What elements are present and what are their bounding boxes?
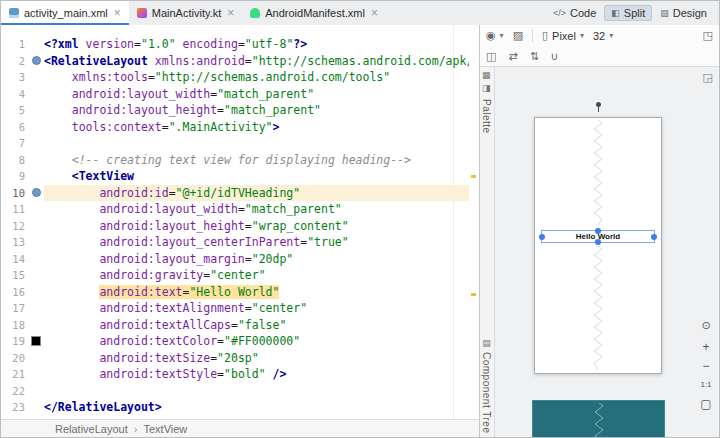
phone-icon: ▯: [542, 30, 548, 41]
tab-mainactivity-kt[interactable]: MainActivity.kt ×: [129, 1, 243, 25]
code-line[interactable]: 4 android:layout_width="match_parent": [1, 86, 469, 103]
code-text: [44, 383, 469, 400]
code-line[interactable]: 23</RelativeLayout>: [1, 399, 469, 416]
zoom-in-button[interactable]: +: [698, 340, 714, 354]
float-window-icon[interactable]: ◲: [703, 71, 713, 84]
pan-icon[interactable]: ⊙: [698, 318, 714, 332]
design-mode-icon: ▧: [660, 8, 669, 18]
close-tab-icon[interactable]: ×: [114, 7, 121, 19]
xml-code-editor[interactable]: 1<?xml version="1.0" encoding="utf-8"?>2…: [1, 25, 479, 419]
magnet-icon[interactable]: ∪: [551, 51, 559, 62]
api-level-selector[interactable]: 32 ▾: [593, 30, 613, 42]
code-line[interactable]: 16 android:text="Hello World": [1, 284, 469, 301]
code-line[interactable]: 22: [1, 383, 469, 400]
design-toolbar-row1: ◉ ▾ ▨ ▯ Pixel ▾ 32 ▾ ◳: [480, 25, 719, 46]
code-text: </RelativeLayout>: [44, 399, 469, 416]
chevron-down-icon: ▾: [609, 31, 613, 40]
gutter: [28, 119, 44, 136]
code-line[interactable]: 15 android:gravity="center": [1, 267, 469, 284]
manifest-file-icon: [250, 8, 260, 18]
zoom-out-button[interactable]: −: [698, 359, 714, 373]
textview-selection[interactable]: Hello World: [541, 230, 655, 243]
code-lines[interactable]: 1<?xml version="1.0" encoding="utf-8"?>2…: [1, 25, 469, 419]
theme-icon[interactable]: ▨: [513, 30, 523, 41]
chevron-down-icon: ▾: [500, 31, 504, 40]
code-line[interactable]: 9 <TextView: [1, 168, 469, 185]
view-options-button[interactable]: ◉ ▾: [486, 30, 504, 41]
selection-handle[interactable]: [651, 234, 657, 240]
blueprint-surface[interactable]: [532, 400, 665, 437]
palette-tab[interactable]: Palette: [481, 99, 492, 134]
gutter: [28, 53, 44, 70]
line-number: 9: [1, 168, 28, 185]
orientation-icon[interactable]: ⇄: [508, 51, 517, 62]
resize-icon[interactable]: ⇅: [530, 51, 539, 62]
close-tab-icon[interactable]: ×: [227, 7, 234, 19]
mode-split-button[interactable]: ◧ Split: [604, 5, 652, 21]
tab-activity-main-xml[interactable]: activity_main.xml ×: [1, 1, 129, 25]
code-line[interactable]: 10 android:id="@+id/idTVHeading": [1, 185, 469, 202]
code-line[interactable]: 12 android:layout_height="wrap_content": [1, 218, 469, 235]
split-mode-icon: ◧: [611, 8, 620, 18]
zoom-controls: ⊙ + − 1:1 ▢: [698, 318, 714, 411]
tab-label: AndroidManifest.xml: [265, 7, 365, 19]
selection-handle[interactable]: [595, 239, 601, 245]
mode-design-button[interactable]: ▧ Design: [653, 5, 714, 21]
line-number: 5: [1, 102, 28, 119]
tab-androidmanifest-xml[interactable]: AndroidManifest.xml ×: [242, 1, 386, 25]
mode-code-button[interactable]: </> Code: [546, 5, 603, 21]
selection-handle[interactable]: [539, 234, 545, 240]
code-line[interactable]: 3 xmlns:tools="http://schemas.android.co…: [1, 69, 469, 86]
code-line[interactable]: 5 android:layout_height="match_parent": [1, 102, 469, 119]
code-text: android:layout_height="match_parent": [44, 102, 469, 119]
color-swatch-icon[interactable]: [31, 336, 41, 346]
code-line[interactable]: 17 android:textAlignment="center": [1, 300, 469, 317]
warning-stripe-mark[interactable]: [471, 293, 476, 296]
selection-handle[interactable]: [595, 228, 601, 234]
pin-icon[interactable]: [595, 102, 602, 113]
grid-icon[interactable]: ◨: [482, 84, 491, 93]
device-selector[interactable]: ▯ Pixel ▾: [542, 30, 584, 42]
code-line[interactable]: 20 android:textSize="20sp": [1, 350, 469, 367]
code-line[interactable]: 6 tools:context=".MainActivity">: [1, 119, 469, 136]
code-line[interactable]: 1<?xml version="1.0" encoding="utf-8"?>: [1, 36, 469, 53]
zoom-ratio-button[interactable]: 1:1: [698, 378, 714, 392]
code-text: android:layout_margin="20dp": [44, 251, 469, 268]
code-line[interactable]: 2<RelativeLayout xmlns:android="http://s…: [1, 53, 469, 70]
code-text: <?xml version="1.0" encoding="utf-8"?>: [44, 36, 469, 53]
mode-code-label: Code: [570, 7, 596, 19]
code-line[interactable]: 13 android:layout_centerInParent="true": [1, 234, 469, 251]
gutter: [28, 333, 44, 350]
line-number: 8: [1, 152, 28, 169]
gutter: [28, 399, 44, 416]
device-preview-frame[interactable]: Hello World: [534, 117, 662, 374]
breadcrumb-textview[interactable]: TextView: [143, 423, 187, 435]
warning-stripe-mark[interactable]: [471, 175, 476, 178]
design-toolbar-row2: ◫ ⇄ ⇅ ∪: [480, 46, 719, 67]
code-line[interactable]: 21 android:textStyle="bold" />: [1, 366, 469, 383]
panel-options-icon[interactable]: ◳: [703, 30, 713, 41]
close-tab-icon[interactable]: ×: [371, 7, 378, 19]
code-line[interactable]: 14 android:layout_margin="20dp": [1, 251, 469, 268]
code-line[interactable]: 8 <!-- creating text view for displaying…: [1, 152, 469, 169]
zoom-fit-icon[interactable]: ▢: [698, 397, 714, 411]
breadcrumb-relativelayout[interactable]: RelativeLayout: [55, 423, 128, 435]
code-line[interactable]: 18 android:textAllCaps="false": [1, 317, 469, 334]
line-number: 23: [1, 399, 28, 416]
component-tree-tab[interactable]: ▤ Component Tree: [481, 339, 492, 434]
code-line[interactable]: 19 android:textColor="#FF000000": [1, 333, 469, 350]
gutter-icon[interactable]: [32, 188, 41, 197]
eye-icon: ◉: [486, 30, 496, 41]
spring-line-blueprint: [594, 403, 604, 437]
code-line[interactable]: 7: [1, 135, 469, 152]
gutter: [28, 267, 44, 284]
gutter: [28, 350, 44, 367]
gutter-icon[interactable]: [32, 56, 41, 65]
surface-mode-icon[interactable]: ◫: [486, 51, 496, 62]
gutter: [28, 185, 44, 202]
code-line[interactable]: 11 android:layout_width="match_parent": [1, 201, 469, 218]
gutter: [28, 168, 44, 185]
design-canvas[interactable]: ◲ Hello World: [495, 67, 719, 437]
component-tree-label: Component Tree: [481, 352, 492, 434]
palette-icon[interactable]: ▦: [482, 71, 491, 80]
